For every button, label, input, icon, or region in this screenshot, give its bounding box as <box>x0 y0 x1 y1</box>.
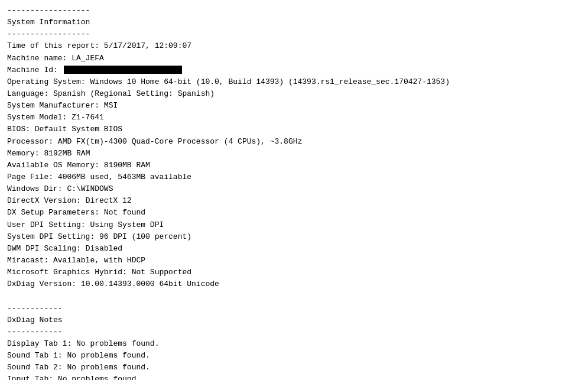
page-file-value: 4006MB used, 5463MB available <box>58 173 191 181</box>
directx-version-label: DirectX Version: <box>7 196 86 205</box>
display-tab-note: Display Tab 1: No problems found. <box>7 338 581 350</box>
manufacturer-label: System Manufacturer: <box>7 101 104 110</box>
dx-setup-value: Not found <box>104 208 145 217</box>
graphics-hybrid-field: Microsoft Graphics Hybrid: Not Supported <box>7 267 581 278</box>
input-tab-note: Input Tab: No problems found. <box>7 373 581 380</box>
page-file-label: Page File: <box>7 173 58 181</box>
language-field: Language: Spanish (Regional Setting: Spa… <box>7 88 581 100</box>
dwm-dpi-value: Disabled <box>86 244 122 253</box>
manufacturer-field: System Manufacturer: MSI <box>7 100 581 112</box>
display-tab-label: Display Tab 1: <box>7 339 76 348</box>
input-tab-value: No problems found. <box>58 375 141 380</box>
dwm-dpi-label: DWM DPI Scaling: <box>7 244 86 253</box>
sound-tab2-label: Sound Tab 2: <box>7 363 67 372</box>
time-field: Time of this report: 5/17/2017, 12:09:07 <box>7 40 581 52</box>
machine-name-field: Machine name: LA_JEFA <box>7 53 581 64</box>
language-label: Language: <box>7 89 53 98</box>
graphics-hybrid-value: Not Supported <box>132 268 191 277</box>
notes-separator1: ------------ <box>7 303 581 314</box>
memory-value: 8192MB RAM <box>44 149 90 158</box>
processor-label: Processor: <box>7 137 58 146</box>
available-memory-value: 8190MB RAM <box>104 161 150 170</box>
dxdiag-version-field: DxDiag Version: 10.00.14393.0000 64bit U… <box>7 278 581 290</box>
manufacturer-value: MSI <box>104 101 118 110</box>
page-file-field: Page File: 4006MB used, 5463MB available <box>7 171 581 183</box>
miracast-value: Available, with HDCP <box>53 256 145 265</box>
processor-field: Processor: AMD FX(tm)-4300 Quad-Core Pro… <box>7 136 581 148</box>
language-value: Spanish (Regional Setting: Spanish) <box>53 89 215 98</box>
os-value: Windows 10 Home 64-bit (10.0, Build 1439… <box>90 77 450 86</box>
user-dpi-value: Using System DPI <box>90 220 164 229</box>
machine-name-label: Machine name: <box>7 54 72 63</box>
model-field: System Model: Z1-7641 <box>7 112 581 124</box>
graphics-hybrid-label: Microsoft Graphics Hybrid: <box>7 268 132 277</box>
input-tab-label: Input Tab: <box>7 375 58 380</box>
windows-dir-label: Windows Dir: <box>7 184 67 193</box>
display-tab-value: No problems found. <box>76 339 159 348</box>
time-value: 5/17/2017, 12:09:07 <box>104 41 191 50</box>
time-label: Time of this report: <box>7 41 104 50</box>
separator2: ------------------ <box>7 28 581 40</box>
user-dpi-field: User DPI Setting: Using System DPI <box>7 219 581 231</box>
miracast-label: Miracast: <box>7 256 53 265</box>
notes-separator2: ------------ <box>7 326 581 338</box>
windows-dir-value: C:\WINDOWS <box>67 184 113 193</box>
sound-tab1-label: Sound Tab 1: <box>7 351 67 360</box>
system-dpi-value: 96 DPI (100 percent) <box>99 232 191 241</box>
miracast-field: Miracast: Available, with HDCP <box>7 255 581 267</box>
directx-version-field: DirectX Version: DirectX 12 <box>7 195 581 207</box>
system-info-container: ------------------ System Information --… <box>7 5 581 380</box>
dx-setup-label: DX Setup Parameters: <box>7 208 104 217</box>
memory-label: Memory: <box>7 149 44 158</box>
machine-id-field: Machine Id: <box>7 64 581 76</box>
available-memory-label: Available OS Memory: <box>7 161 104 170</box>
system-info-title: System Information <box>7 17 581 28</box>
os-field: Operating System: Windows 10 Home 64-bit… <box>7 76 581 88</box>
sound-tab1-value: No problems found. <box>67 351 150 360</box>
system-dpi-label: System DPI Setting: <box>7 232 99 241</box>
user-dpi-label: User DPI Setting: <box>7 220 90 229</box>
sound-tab1-note: Sound Tab 1: No problems found. <box>7 350 581 362</box>
available-memory-field: Available OS Memory: 8190MB RAM <box>7 160 581 171</box>
system-dpi-field: System DPI Setting: 96 DPI (100 percent) <box>7 231 581 243</box>
memory-field: Memory: 8192MB RAM <box>7 148 581 160</box>
dxdiag-version-value: 10.00.14393.0000 64bit Unicode <box>81 280 219 288</box>
machine-name-value: LA_JEFA <box>72 54 104 63</box>
top-separator: ------------------ <box>7 5 581 17</box>
dwm-dpi-field: DWM DPI Scaling: Disabled <box>7 243 581 255</box>
bios-label: BIOS: <box>7 125 35 134</box>
windows-dir-field: Windows Dir: C:\WINDOWS <box>7 183 581 195</box>
directx-version-value: DirectX 12 <box>86 196 132 205</box>
model-label: System Model: <box>7 113 72 122</box>
os-label: Operating System: <box>7 77 90 86</box>
dxdiag-version-label: DxDiag Version: <box>7 280 81 288</box>
sound-tab2-value: No problems found. <box>67 363 150 372</box>
bios-value: Default System BIOS <box>35 125 122 134</box>
notes-title: DxDiag Notes <box>7 314 581 326</box>
sound-tab2-note: Sound Tab 2: No problems found. <box>7 362 581 373</box>
dx-setup-field: DX Setup Parameters: Not found <box>7 207 581 219</box>
bios-field: BIOS: Default System BIOS <box>7 124 581 135</box>
model-value: Z1-7641 <box>72 113 104 122</box>
machine-id-label: Machine Id: <box>7 66 63 74</box>
processor-value: AMD FX(tm)-4300 Quad-Core Processor (4 C… <box>58 137 302 146</box>
machine-id-redacted <box>64 66 182 74</box>
